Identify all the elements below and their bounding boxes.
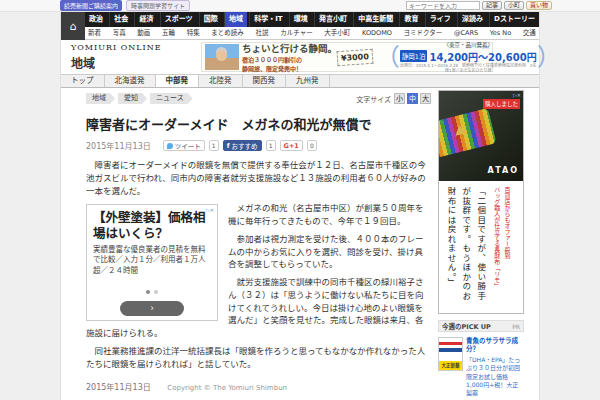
global-nav: ⌂ 政治 社会 経済 スポーツ 国際 地域 科学・IT 環境 発言小町 中高生新… <box>61 12 539 40</box>
pickup-item-title: 青魚のサラサラ成分？ <box>466 337 524 354</box>
article-date: 2015年11月13日 <box>86 140 151 151</box>
search-shopping-button[interactable]: 買い物 <box>526 1 552 10</box>
copyright: Copyright © The Yomiuri Shimbun <box>167 384 287 392</box>
banner-note: 〈東京・品川発着〉 <box>400 41 537 49</box>
nav-kyoiku[interactable]: 教育 <box>399 12 422 27</box>
nav-life[interactable]: ライフ <box>425 12 455 27</box>
inline-ad-next-button[interactable]: › <box>120 301 184 316</box>
nav-d-story[interactable]: Dストーリー <box>489 12 539 27</box>
nav-kokusai[interactable]: 国際 <box>199 12 222 27</box>
subnav-otekomachi[interactable]: 大手小町 <box>321 27 353 39</box>
adchoices-icon[interactable]: ▷✕ <box>206 207 214 213</box>
facebook-count: 1 <box>266 140 276 151</box>
tab-kyushu[interactable]: 九州発 <box>286 75 330 87</box>
subnav-photo[interactable]: 写真 <box>110 27 129 39</box>
banner-paren-right: ） <box>537 45 561 69</box>
subnav-yesno[interactable]: Yes No <box>487 27 514 39</box>
atao-quote-block: 百貨店からもオファー殺到 バッグ職人が仕立てる長財布「リモ」 「二個目ですが、使… <box>439 181 516 313</box>
subnav-new[interactable]: 新着 <box>85 27 104 39</box>
pr-label: PR <box>512 323 520 330</box>
pickup-header-bar: 今週のPICK UP PR <box>438 320 524 332</box>
pickup-section: 今週のPICK UP PR 大正製薬 青魚のサラサラ成分？ 「DHA・EPA」た… <box>438 320 524 400</box>
tab-chubu[interactable]: 中部発 <box>156 75 200 87</box>
inline-ad-dots <box>93 279 211 298</box>
subnav-kodomo[interactable]: KODOMO <box>359 27 395 39</box>
subnav-kotsu[interactable]: 交通 <box>520 27 539 39</box>
banner-headline: ちょいと行ける静岡。 <box>242 41 334 55</box>
banner-ad[interactable]: ちょいと行ける静岡。 宿泊３０００円割引の 静岡旅、限定発売中！ ¥3000 （… <box>201 42 493 72</box>
banner-badge: 静岡1泊 <box>400 50 428 62</box>
wallet-image <box>439 108 496 158</box>
edu-site-link[interactable]: 時事問題学習サイト <box>126 0 190 11</box>
article-paragraph: 障害者にオーダーメイドの眼鏡を無償で提供する奉仕会が１２日、名古屋市千種区の今池… <box>86 159 431 197</box>
banner-terms: 出発日：2015.4.1～2016.3.28 新幹線で行く往復新幹線指定席利用 … <box>400 64 537 74</box>
nav-shakai[interactable]: 社会 <box>109 12 132 27</box>
banner-subline-2: 静岡旅、限定発売中！ <box>242 64 334 73</box>
nav-kagaku-it[interactable]: 科学・IT <box>249 12 286 27</box>
site-header: YOMIURI ONLINE 地域 ちょいと行ける静岡。 宿泊３０００円割引の … <box>61 40 539 74</box>
subnav-atcars[interactable]: @CARS <box>451 27 481 39</box>
nav-kankyo[interactable]: 環境 <box>289 12 312 27</box>
fontsize-label: 文字サイズ <box>356 94 391 104</box>
main-column: 地域 愛知 ニュース 文字サイズ 小 中 大 障害者にオーダーメイド メガネの和… <box>61 88 431 400</box>
pickup-item-body: 「DHA・EPA」たっぷり３０日分が初回限定お試し価格1,000円+税！大正製薬 <box>466 356 524 398</box>
inline-ad[interactable]: ▷✕ 【外壁塗装】価格相場はいくら？ 実績豊富な優良業者の見積を無料で比較／入力… <box>86 204 218 321</box>
search-komachi-button[interactable]: 小町 <box>504 1 524 10</box>
atao-quote: 「二個目ですが、使い勝手が抜群です。もうほかのお財布には戻れません。」 <box>443 187 488 307</box>
tab-hokkaido[interactable]: 北海道発 <box>105 75 156 87</box>
pickup-thumbnail: 大正製薬 <box>438 337 463 371</box>
utility-bar: 読売新聞ご購読案内 時事問題学習サイト 記事 小町 買い物 <box>0 0 600 12</box>
fontsize-small-button[interactable]: 小 <box>394 93 405 104</box>
fontsize-large-button[interactable]: 大 <box>420 93 431 104</box>
nav-hatsugen-komachi[interactable]: 発言小町 <box>314 12 351 27</box>
fontsize-medium-button[interactable]: 中 <box>407 93 418 104</box>
adchoices-icon[interactable]: ▷✕ <box>482 44 490 50</box>
tab-kansai[interactable]: 関西発 <box>243 75 287 87</box>
breadcrumb-news[interactable]: ニュース <box>150 93 193 104</box>
tab-top[interactable]: トップ <box>61 75 105 87</box>
nav-seiji[interactable]: 政治 <box>85 12 107 27</box>
subnav-video[interactable]: 動画 <box>134 27 153 39</box>
article-paragraph: 同社業務推進課の辻洋一統括課長は「眼鏡を作ろうと思ってもなかなか作れなかった人た… <box>86 345 431 371</box>
tab-hokuriku[interactable]: 北陸発 <box>199 75 243 87</box>
nav-chiiki[interactable]: 地域 <box>224 12 247 27</box>
search-article-button[interactable]: 記事 <box>482 1 502 10</box>
article-footer-date: 2015年11月13日 <box>86 383 151 392</box>
facebook-button[interactable]: fおすすめ <box>223 140 262 151</box>
nav-keizai[interactable]: 経済 <box>134 12 157 27</box>
breadcrumb-chiiki[interactable]: 地域 <box>86 93 115 104</box>
nav-sports[interactable]: スポーツ <box>160 12 197 27</box>
banner-subline-1: 宿泊３０００円割引の <box>242 55 334 64</box>
home-button[interactable]: ⌂ <box>61 12 85 40</box>
fontsize-control: 文字サイズ 小 中 大 <box>356 93 431 104</box>
subnav-tokushu[interactable]: 特集 <box>184 27 203 39</box>
pickup-header: 今週のPICK UP <box>442 321 491 331</box>
article-footer: 2015年11月13日 Copyright © The Yomiuri Shim… <box>86 375 431 392</box>
atao-photo: ▷✕ 購入しました ATAO <box>439 91 523 181</box>
search-input[interactable] <box>406 1 480 10</box>
atao-red-text: 百貨店からもオファー殺到 <box>502 187 512 307</box>
banner-paren-left: （ <box>376 45 400 69</box>
tweet-count: 1 <box>209 140 219 151</box>
subnav-yomidr[interactable]: ヨミドクター <box>401 27 446 39</box>
article-title: 障害者にオーダーメイド メガネの和光が無償で <box>86 114 431 133</box>
pickup-item[interactable]: 大正製薬 青魚のサラサラ成分？ 「DHA・EPA」たっぷり３０日分が初回限定お試… <box>438 337 524 398</box>
banner-photo <box>205 44 239 70</box>
page-container: ⌂ 政治 社会 経済 スポーツ 国際 地域 科学・IT 環境 発言小町 中高生新… <box>60 12 540 400</box>
subnav-culture[interactable]: カルチャー <box>277 27 315 39</box>
gplus-button[interactable]: G+1 <box>280 140 303 151</box>
subnav-shasetsu[interactable]: 社説 <box>253 27 272 39</box>
subscribe-link[interactable]: 読売新聞ご購読案内 <box>60 0 122 11</box>
tweet-button[interactable]: ツイート <box>163 140 205 151</box>
nav-fukayomi[interactable]: 深読み <box>457 12 487 27</box>
subnav-matome[interactable]: まとめ読み <box>208 27 247 39</box>
banner-coupon: ¥3000 <box>337 48 374 65</box>
atao-ad[interactable]: ▷✕ 購入しました ATAO 百貨店からもオファー殺到 バッグ職人が仕立てる長財… <box>438 90 524 314</box>
adchoices-icon[interactable]: ▷✕ <box>513 92 521 98</box>
article-meta: 2015年11月13日 ツイート 1 fおすすめ 1 G+1 0 <box>86 140 431 151</box>
subnav-gorin[interactable]: 五輪 <box>159 27 178 39</box>
nav-chukosei-shimbun[interactable]: 中高生新聞 <box>353 12 397 27</box>
breadcrumb-aichi[interactable]: 愛知 <box>118 93 147 104</box>
region-tabs: トップ 北海道発 中部発 北陸発 関西発 九州発 <box>61 74 539 88</box>
sidebar: ▷✕ 購入しました ATAO 百貨店からもオファー殺到 バッグ職人が仕立てる長財… <box>438 88 524 400</box>
